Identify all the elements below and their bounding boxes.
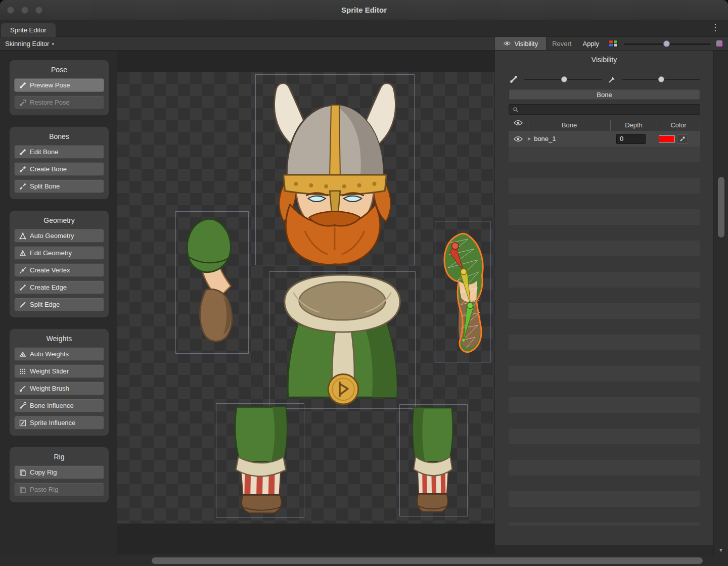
auto-geometry-button[interactable]: Auto Geometry bbox=[14, 229, 104, 243]
bone-table: Bone Depth Color ▶ bone_1 bbox=[509, 120, 700, 147]
create-edge-button[interactable]: Create Edge bbox=[14, 280, 104, 294]
weights-section-title: Weights bbox=[14, 335, 104, 343]
bone-opacity-handle[interactable] bbox=[561, 76, 567, 82]
close-window-icon[interactable] bbox=[7, 7, 14, 14]
edit-geometry-icon bbox=[19, 249, 26, 257]
title-bar: Sprite Editor bbox=[0, 0, 728, 20]
zoom-window-icon[interactable] bbox=[35, 7, 42, 14]
sprite-editor-window: Sprite Editor Sprite Editor ⋮ Skinning E… bbox=[0, 0, 728, 566]
button-label: Sprite Influence bbox=[30, 419, 75, 427]
create-vertex-icon bbox=[19, 266, 26, 274]
bone-influence-button[interactable]: Bone Influence bbox=[14, 399, 104, 412]
geometry-section-title: Geometry bbox=[14, 216, 104, 224]
right-leg-sprite[interactable] bbox=[400, 405, 467, 516]
mitten-arm-sprite[interactable] bbox=[176, 212, 248, 353]
sprite-color-icon[interactable] bbox=[609, 40, 618, 47]
auto-weights-icon bbox=[19, 350, 26, 358]
scroll-down-icon[interactable]: ▼ bbox=[714, 547, 728, 553]
apply-button[interactable]: Apply bbox=[577, 37, 605, 50]
button-label: Create Edge bbox=[30, 284, 67, 291]
bone-color-swatch[interactable] bbox=[659, 135, 675, 143]
kebab-menu-icon[interactable]: ⋮ bbox=[711, 22, 720, 33]
bone-table-header: Bone Depth Color bbox=[509, 120, 700, 131]
sprite-influence-button[interactable]: Sprite Influence bbox=[14, 416, 104, 430]
disclosure-triangle-icon[interactable]: ▶ bbox=[528, 136, 531, 141]
sprite-influence-icon bbox=[19, 419, 26, 427]
split-edge-button[interactable]: Split Edge bbox=[14, 298, 104, 311]
chevron-down-icon: ▾ bbox=[52, 41, 54, 46]
zoom-slider bbox=[624, 37, 711, 50]
skinning-editor-dropdown[interactable]: Skinning Editor ▾ bbox=[0, 37, 59, 50]
depth-input[interactable] bbox=[616, 134, 646, 144]
weight-slider-button[interactable]: Weight Slider bbox=[14, 364, 104, 378]
search-icon bbox=[512, 106, 519, 113]
tab-sprite-editor[interactable]: Sprite Editor bbox=[1, 23, 56, 37]
mesh-opacity-icon bbox=[607, 74, 617, 84]
restore-pose-button[interactable]: Restore Pose bbox=[14, 96, 104, 109]
button-label: Bone Influence bbox=[30, 402, 74, 409]
edit-bone-button[interactable]: Edit Bone bbox=[14, 145, 104, 159]
visibility-panel: Visibility Bone bbox=[494, 51, 713, 545]
bone-influence-icon bbox=[19, 402, 26, 409]
mesh-opacity-handle[interactable] bbox=[658, 76, 664, 82]
minimize-window-icon[interactable] bbox=[21, 7, 28, 14]
header-color: Color bbox=[657, 120, 700, 131]
revert-button[interactable]: Revert bbox=[547, 37, 577, 50]
torso-sprite[interactable] bbox=[269, 272, 415, 408]
sprite-canvas[interactable] bbox=[117, 51, 494, 554]
bones-section: Bones Edit Bone Create Bone Split Bone bbox=[9, 126, 109, 200]
button-label: Weight Brush bbox=[30, 385, 69, 392]
button-label: Create Bone bbox=[30, 165, 67, 173]
alpha-blend-icon[interactable] bbox=[716, 40, 723, 47]
zoom-slider-handle[interactable] bbox=[663, 40, 670, 47]
sprite-box-right-leg[interactable] bbox=[399, 404, 468, 516]
sprite-box-left-leg[interactable] bbox=[216, 403, 304, 518]
visibility-label: Visibility bbox=[514, 40, 538, 48]
header-eye-icon[interactable] bbox=[509, 120, 528, 131]
create-bone-button[interactable]: Create Bone bbox=[14, 162, 104, 176]
left-leg-sprite[interactable] bbox=[216, 404, 304, 517]
auto-weights-button[interactable]: Auto Weights bbox=[14, 347, 104, 361]
sprite-box-head[interactable] bbox=[255, 74, 415, 265]
eyedropper-icon[interactable] bbox=[677, 134, 688, 144]
edit-geometry-button[interactable]: Edit Geometry bbox=[14, 246, 104, 260]
pose-section-title: Pose bbox=[14, 66, 104, 74]
edit-bone-icon bbox=[19, 148, 26, 156]
button-label: Edit Geometry bbox=[30, 249, 72, 257]
mesh-opacity-slider bbox=[622, 74, 701, 85]
horizontal-scrollbar-thumb[interactable] bbox=[152, 557, 703, 564]
preview-pose-button[interactable]: Preview Pose bbox=[14, 78, 104, 92]
vertical-scrollbar[interactable]: ▼ bbox=[713, 51, 728, 555]
viking-head-sprite[interactable] bbox=[256, 75, 414, 265]
bone-opacity-icon bbox=[509, 74, 519, 84]
copy-rig-button[interactable]: Copy Rig bbox=[14, 465, 104, 479]
weight-slider-icon bbox=[19, 367, 26, 375]
create-vertex-button[interactable]: Create Vertex bbox=[14, 263, 104, 277]
rigged-arm-sprite[interactable] bbox=[435, 221, 490, 362]
bone-search-box bbox=[509, 104, 700, 115]
sprite-box-rigged-arm[interactable] bbox=[435, 221, 490, 362]
weight-brush-icon bbox=[19, 385, 26, 392]
toolbar-right-group: Visibility Revert Apply bbox=[494, 37, 728, 50]
bone-list-empty-rows bbox=[509, 147, 700, 526]
visibility-toggle-button[interactable]: Visibility bbox=[494, 37, 547, 50]
vertical-scrollbar-thumb[interactable] bbox=[718, 177, 724, 238]
button-label: Preview Pose bbox=[30, 81, 70, 89]
sprite-box-mitten-arm[interactable] bbox=[175, 211, 249, 354]
bone-tab-button[interactable]: Bone bbox=[509, 89, 700, 100]
button-label: Restore Pose bbox=[30, 99, 70, 106]
bone-row[interactable]: ▶ bone_1 bbox=[509, 131, 700, 147]
rig-section: Rig Copy Rig Paste Rig bbox=[9, 447, 109, 503]
horizontal-scrollbar[interactable] bbox=[0, 555, 728, 566]
button-label: Auto Geometry bbox=[30, 232, 74, 240]
split-bone-button[interactable]: Split Bone bbox=[14, 179, 104, 193]
rig-section-title: Rig bbox=[14, 453, 104, 461]
sprite-box-torso[interactable] bbox=[269, 271, 416, 409]
bones-section-title: Bones bbox=[14, 132, 104, 140]
eye-icon bbox=[503, 40, 511, 48]
weight-brush-button[interactable]: Weight Brush bbox=[14, 382, 104, 395]
search-input[interactable] bbox=[522, 106, 697, 114]
paste-rig-button[interactable]: Paste Rig bbox=[14, 483, 104, 496]
bone-visibility-eye-icon[interactable] bbox=[509, 136, 528, 142]
button-label: Split Edge bbox=[30, 301, 60, 308]
